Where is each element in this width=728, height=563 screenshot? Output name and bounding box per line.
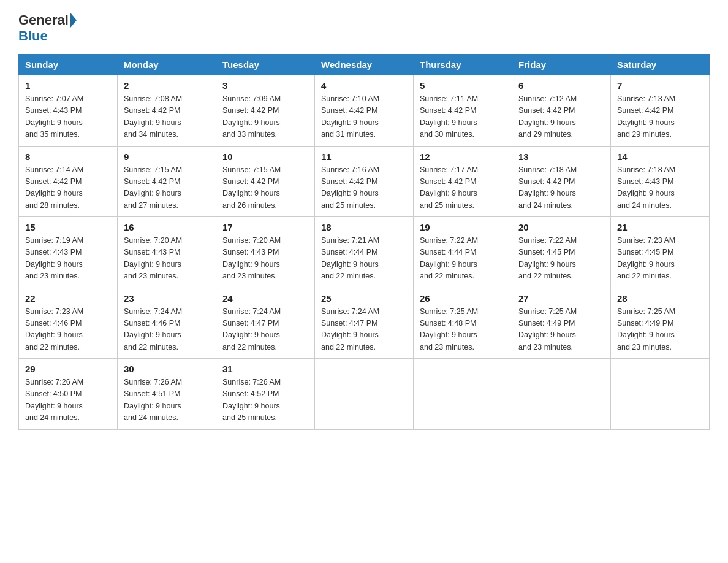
day-info: Sunrise: 7:22 AMSunset: 4:45 PMDaylight:… bbox=[518, 236, 577, 280]
day-number: 14 bbox=[617, 151, 703, 162]
day-info: Sunrise: 7:18 AMSunset: 4:43 PMDaylight:… bbox=[617, 166, 675, 210]
calendar-cell: 9 Sunrise: 7:15 AMSunset: 4:42 PMDayligh… bbox=[118, 146, 216, 217]
day-info: Sunrise: 7:17 AMSunset: 4:42 PMDaylight:… bbox=[420, 166, 478, 210]
day-info: Sunrise: 7:23 AMSunset: 4:46 PMDaylight:… bbox=[25, 307, 83, 351]
day-number: 4 bbox=[321, 80, 407, 91]
calendar-cell: 25 Sunrise: 7:24 AMSunset: 4:47 PMDaylig… bbox=[315, 288, 414, 359]
logo-general-text: General bbox=[18, 12, 69, 28]
day-number: 28 bbox=[617, 293, 703, 304]
day-info: Sunrise: 7:24 AMSunset: 4:47 PMDaylight:… bbox=[321, 307, 379, 351]
day-number: 15 bbox=[25, 222, 111, 232]
day-number: 26 bbox=[420, 293, 506, 304]
day-info: Sunrise: 7:26 AMSunset: 4:51 PMDaylight:… bbox=[124, 378, 182, 422]
logo-blue-text: Blue bbox=[18, 28, 48, 44]
day-info: Sunrise: 7:18 AMSunset: 4:42 PMDaylight:… bbox=[518, 166, 577, 210]
calendar-cell: 1 Sunrise: 7:07 AMSunset: 4:43 PMDayligh… bbox=[19, 75, 118, 147]
day-number: 11 bbox=[321, 151, 407, 162]
weekday-header-tuesday: Tuesday bbox=[216, 55, 315, 75]
day-info: Sunrise: 7:25 AMSunset: 4:49 PMDaylight:… bbox=[617, 307, 675, 351]
day-number: 18 bbox=[321, 222, 407, 232]
weekday-header-row: SundayMondayTuesdayWednesdayThursdayFrid… bbox=[19, 55, 710, 75]
calendar-cell: 4 Sunrise: 7:10 AMSunset: 4:42 PMDayligh… bbox=[315, 75, 414, 147]
calendar-cell: 12 Sunrise: 7:17 AMSunset: 4:42 PMDaylig… bbox=[414, 146, 512, 217]
day-info: Sunrise: 7:11 AMSunset: 4:42 PMDaylight:… bbox=[420, 94, 478, 139]
calendar-cell: 23 Sunrise: 7:24 AMSunset: 4:46 PMDaylig… bbox=[118, 288, 216, 359]
calendar-cell: 29 Sunrise: 7:26 AMSunset: 4:50 PMDaylig… bbox=[19, 359, 118, 430]
weekday-header-thursday: Thursday bbox=[414, 55, 512, 75]
day-number: 8 bbox=[25, 151, 111, 162]
day-number: 7 bbox=[617, 80, 703, 91]
day-info: Sunrise: 7:14 AMSunset: 4:42 PMDaylight:… bbox=[25, 166, 83, 210]
calendar-cell bbox=[414, 359, 512, 430]
calendar-cell: 10 Sunrise: 7:15 AMSunset: 4:42 PMDaylig… bbox=[216, 146, 315, 217]
weekday-header-saturday: Saturday bbox=[611, 55, 710, 75]
weekday-header-friday: Friday bbox=[512, 55, 611, 75]
calendar-cell: 6 Sunrise: 7:12 AMSunset: 4:42 PMDayligh… bbox=[512, 75, 611, 147]
day-number: 22 bbox=[25, 293, 111, 304]
day-number: 9 bbox=[124, 151, 210, 162]
day-number: 21 bbox=[617, 222, 703, 232]
day-info: Sunrise: 7:26 AMSunset: 4:50 PMDaylight:… bbox=[25, 378, 83, 422]
day-info: Sunrise: 7:20 AMSunset: 4:43 PMDaylight:… bbox=[124, 236, 182, 280]
calendar-cell: 5 Sunrise: 7:11 AMSunset: 4:42 PMDayligh… bbox=[414, 75, 512, 147]
calendar-cell: 7 Sunrise: 7:13 AMSunset: 4:42 PMDayligh… bbox=[611, 75, 710, 147]
day-info: Sunrise: 7:25 AMSunset: 4:49 PMDaylight:… bbox=[518, 307, 577, 351]
calendar-week-3: 15 Sunrise: 7:19 AMSunset: 4:43 PMDaylig… bbox=[19, 217, 710, 288]
day-number: 10 bbox=[222, 151, 308, 162]
day-info: Sunrise: 7:07 AMSunset: 4:43 PMDaylight:… bbox=[25, 94, 83, 139]
day-info: Sunrise: 7:25 AMSunset: 4:48 PMDaylight:… bbox=[420, 307, 478, 351]
calendar-week-2: 8 Sunrise: 7:14 AMSunset: 4:42 PMDayligh… bbox=[19, 146, 710, 217]
calendar-cell bbox=[315, 359, 414, 430]
calendar-cell bbox=[512, 359, 611, 430]
day-info: Sunrise: 7:19 AMSunset: 4:43 PMDaylight:… bbox=[25, 236, 83, 280]
calendar-cell: 16 Sunrise: 7:20 AMSunset: 4:43 PMDaylig… bbox=[118, 217, 216, 288]
calendar-cell: 8 Sunrise: 7:14 AMSunset: 4:42 PMDayligh… bbox=[19, 146, 118, 217]
day-number: 24 bbox=[222, 293, 308, 304]
day-info: Sunrise: 7:15 AMSunset: 4:42 PMDaylight:… bbox=[222, 166, 281, 210]
page-header: General Blue bbox=[18, 12, 710, 44]
calendar-cell: 19 Sunrise: 7:22 AMSunset: 4:44 PMDaylig… bbox=[414, 217, 512, 288]
calendar-cell: 18 Sunrise: 7:21 AMSunset: 4:44 PMDaylig… bbox=[315, 217, 414, 288]
day-info: Sunrise: 7:26 AMSunset: 4:52 PMDaylight:… bbox=[222, 378, 281, 422]
day-number: 29 bbox=[25, 364, 111, 374]
logo-triangle-icon bbox=[70, 13, 77, 28]
day-info: Sunrise: 7:12 AMSunset: 4:42 PMDaylight:… bbox=[518, 94, 577, 139]
calendar-body: 1 Sunrise: 7:07 AMSunset: 4:43 PMDayligh… bbox=[19, 75, 710, 430]
weekday-header-wednesday: Wednesday bbox=[315, 55, 414, 75]
day-info: Sunrise: 7:15 AMSunset: 4:42 PMDaylight:… bbox=[124, 166, 182, 210]
calendar-table: SundayMondayTuesdayWednesdayThursdayFrid… bbox=[18, 54, 710, 430]
calendar-cell: 11 Sunrise: 7:16 AMSunset: 4:42 PMDaylig… bbox=[315, 146, 414, 217]
day-number: 25 bbox=[321, 293, 407, 304]
calendar-cell: 2 Sunrise: 7:08 AMSunset: 4:42 PMDayligh… bbox=[118, 75, 216, 147]
day-number: 1 bbox=[25, 80, 111, 91]
day-info: Sunrise: 7:22 AMSunset: 4:44 PMDaylight:… bbox=[420, 236, 478, 280]
day-number: 27 bbox=[518, 293, 604, 304]
day-number: 2 bbox=[124, 80, 210, 91]
day-number: 30 bbox=[124, 364, 210, 374]
calendar-cell: 15 Sunrise: 7:19 AMSunset: 4:43 PMDaylig… bbox=[19, 217, 118, 288]
day-number: 23 bbox=[124, 293, 210, 304]
day-number: 5 bbox=[420, 80, 506, 91]
day-number: 17 bbox=[222, 222, 308, 232]
calendar-cell: 17 Sunrise: 7:20 AMSunset: 4:43 PMDaylig… bbox=[216, 217, 315, 288]
day-info: Sunrise: 7:13 AMSunset: 4:42 PMDaylight:… bbox=[617, 94, 675, 139]
weekday-header-sunday: Sunday bbox=[19, 55, 118, 75]
day-number: 12 bbox=[420, 151, 506, 162]
weekday-header-monday: Monday bbox=[118, 55, 216, 75]
day-info: Sunrise: 7:21 AMSunset: 4:44 PMDaylight:… bbox=[321, 236, 379, 280]
day-info: Sunrise: 7:16 AMSunset: 4:42 PMDaylight:… bbox=[321, 166, 379, 210]
day-number: 16 bbox=[124, 222, 210, 232]
calendar-week-5: 29 Sunrise: 7:26 AMSunset: 4:50 PMDaylig… bbox=[19, 359, 710, 430]
calendar-cell: 20 Sunrise: 7:22 AMSunset: 4:45 PMDaylig… bbox=[512, 217, 611, 288]
calendar-cell: 3 Sunrise: 7:09 AMSunset: 4:42 PMDayligh… bbox=[216, 75, 315, 147]
day-number: 3 bbox=[222, 80, 308, 91]
calendar-cell: 30 Sunrise: 7:26 AMSunset: 4:51 PMDaylig… bbox=[118, 359, 216, 430]
calendar-cell: 27 Sunrise: 7:25 AMSunset: 4:49 PMDaylig… bbox=[512, 288, 611, 359]
day-info: Sunrise: 7:08 AMSunset: 4:42 PMDaylight:… bbox=[124, 94, 182, 139]
day-number: 19 bbox=[420, 222, 506, 232]
day-number: 20 bbox=[518, 222, 604, 232]
calendar-week-4: 22 Sunrise: 7:23 AMSunset: 4:46 PMDaylig… bbox=[19, 288, 710, 359]
calendar-cell: 31 Sunrise: 7:26 AMSunset: 4:52 PMDaylig… bbox=[216, 359, 315, 430]
day-info: Sunrise: 7:09 AMSunset: 4:42 PMDaylight:… bbox=[222, 94, 281, 139]
calendar-cell bbox=[611, 359, 710, 430]
